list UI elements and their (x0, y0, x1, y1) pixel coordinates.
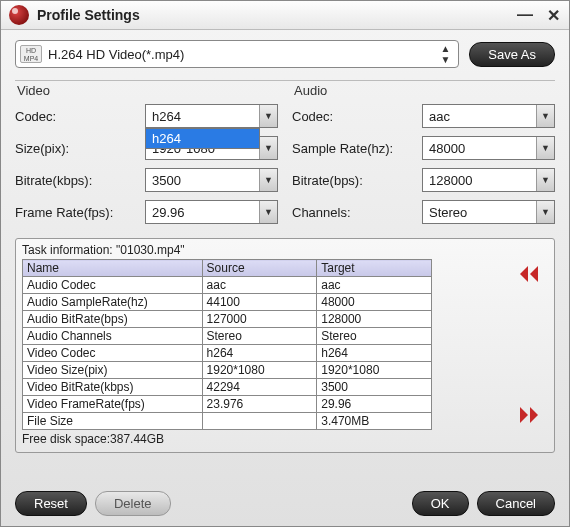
cell-name: Video Size(pix) (23, 362, 203, 379)
task-table: Name Source Target Audio CodecaacaacAudi… (22, 259, 432, 430)
profile-settings-window: Profile Settings — ✕ HD MP4 H.264 HD Vid… (0, 0, 570, 527)
col-target: Target (317, 260, 432, 277)
chevron-down-icon: ▼ (259, 169, 277, 191)
cell-source: h264 (202, 345, 317, 362)
cell-target: 128000 (317, 311, 432, 328)
cell-name: Video BitRate(kbps) (23, 379, 203, 396)
chevron-down-icon: ▼ (259, 201, 277, 223)
task-nav (514, 243, 548, 446)
cell-target: 3500 (317, 379, 432, 396)
audio-samplerate-value: 48000 (423, 141, 536, 156)
window-title: Profile Settings (37, 7, 505, 23)
chevron-down-icon: ▼ (536, 169, 554, 191)
free-disk-space: Free disk space:387.44GB (22, 432, 506, 446)
cell-source: 127000 (202, 311, 317, 328)
profile-name: H.264 HD Video(*.mp4) (48, 47, 436, 62)
profile-row: HD MP4 H.264 HD Video(*.mp4) ▲▼ Save As (1, 30, 569, 76)
cell-target: Stereo (317, 328, 432, 345)
task-panel: Task information: "01030.mp4" Name Sourc… (15, 238, 555, 453)
table-row: Audio Codecaacaac (23, 277, 432, 294)
table-row: Video FrameRate(fps)23.97629.96 (23, 396, 432, 413)
table-row: Video Size(pix)1920*10801920*1080 (23, 362, 432, 379)
next-task-button[interactable] (514, 404, 544, 426)
updown-icon: ▲▼ (436, 43, 454, 65)
cell-target: 1920*1080 (317, 362, 432, 379)
video-bitrate-combo[interactable]: 3500 ▼ (145, 168, 278, 192)
table-header-row: Name Source Target (23, 260, 432, 277)
cell-source (202, 413, 317, 430)
settings-columns: Video Codec: h264 ▼ h264 Size(pix): 1920… (1, 81, 569, 232)
video-codec-field: Codec: h264 ▼ h264 (15, 104, 278, 128)
table-row: Audio SampleRate(hz)4410048000 (23, 294, 432, 311)
app-icon (9, 5, 29, 25)
cell-source: 23.976 (202, 396, 317, 413)
table-row: Audio ChannelsStereoStereo (23, 328, 432, 345)
audio-bitrate-value: 128000 (423, 173, 536, 188)
cell-name: File Size (23, 413, 203, 430)
cell-target: aac (317, 277, 432, 294)
cancel-button[interactable]: Cancel (477, 491, 555, 516)
cell-name: Audio SampleRate(hz) (23, 294, 203, 311)
video-size-label: Size(pix): (15, 141, 145, 156)
video-bitrate-value: 3500 (146, 173, 259, 188)
chevron-down-icon: ▼ (536, 201, 554, 223)
audio-bitrate-combo[interactable]: 128000 ▼ (422, 168, 555, 192)
cell-source: 44100 (202, 294, 317, 311)
audio-channels-value: Stereo (423, 205, 536, 220)
close-button[interactable]: ✕ (545, 6, 561, 25)
video-framerate-value: 29.96 (146, 205, 259, 220)
audio-channels-field: Channels: Stereo ▼ (292, 200, 555, 224)
titlebar: Profile Settings — ✕ (1, 1, 569, 30)
delete-button[interactable]: Delete (95, 491, 171, 516)
cell-name: Audio Channels (23, 328, 203, 345)
video-framerate-combo[interactable]: 29.96 ▼ (145, 200, 278, 224)
task-header: Task information: "01030.mp4" (22, 243, 506, 257)
profile-format-icon: HD MP4 (20, 45, 42, 63)
table-row: Video BitRate(kbps)422943500 (23, 379, 432, 396)
chevron-down-icon: ▼ (536, 105, 554, 127)
video-framerate-label: Frame Rate(fps): (15, 205, 145, 220)
audio-section-label: Audio (294, 83, 555, 98)
chevron-down-icon: ▼ (536, 137, 554, 159)
save-as-button[interactable]: Save As (469, 42, 555, 67)
audio-codec-combo[interactable]: aac ▼ (422, 104, 555, 128)
audio-channels-combo[interactable]: Stereo ▼ (422, 200, 555, 224)
video-codec-value: h264 (146, 109, 259, 124)
video-section-label: Video (17, 83, 278, 98)
audio-codec-value: aac (423, 109, 536, 124)
cell-source: 1920*1080 (202, 362, 317, 379)
cell-target: 29.96 (317, 396, 432, 413)
audio-samplerate-label: Sample Rate(hz): (292, 141, 422, 156)
col-name: Name (23, 260, 203, 277)
audio-codec-label: Codec: (292, 109, 422, 124)
table-row: Audio BitRate(bps)127000128000 (23, 311, 432, 328)
audio-samplerate-field: Sample Rate(hz): 48000 ▼ (292, 136, 555, 160)
audio-samplerate-combo[interactable]: 48000 ▼ (422, 136, 555, 160)
table-row: File Size3.470MB (23, 413, 432, 430)
footer: Reset Delete OK Cancel (1, 479, 569, 526)
video-codec-option[interactable]: h264 (146, 129, 259, 148)
video-codec-dropdown[interactable]: h264 (145, 128, 260, 149)
video-column: Video Codec: h264 ▼ h264 Size(pix): 1920… (15, 81, 278, 232)
reset-button[interactable]: Reset (15, 491, 87, 516)
cell-source: Stereo (202, 328, 317, 345)
video-bitrate-label: Bitrate(kbps): (15, 173, 145, 188)
audio-bitrate-field: Bitrate(bps): 128000 ▼ (292, 168, 555, 192)
audio-codec-field: Codec: aac ▼ (292, 104, 555, 128)
profile-select[interactable]: HD MP4 H.264 HD Video(*.mp4) ▲▼ (15, 40, 459, 68)
cell-name: Video FrameRate(fps) (23, 396, 203, 413)
prev-task-button[interactable] (514, 263, 544, 285)
table-row: Video Codech264h264 (23, 345, 432, 362)
cell-name: Audio Codec (23, 277, 203, 294)
audio-channels-label: Channels: (292, 205, 422, 220)
task-inner: Task information: "01030.mp4" Name Sourc… (22, 243, 506, 446)
col-source: Source (202, 260, 317, 277)
ok-button[interactable]: OK (412, 491, 469, 516)
double-right-icon (518, 407, 540, 423)
cell-source: 42294 (202, 379, 317, 396)
cell-name: Audio BitRate(bps) (23, 311, 203, 328)
audio-column: Audio Codec: aac ▼ Sample Rate(hz): 4800… (292, 81, 555, 232)
cell-name: Video Codec (23, 345, 203, 362)
minimize-button[interactable]: — (517, 6, 533, 24)
video-codec-combo[interactable]: h264 ▼ (145, 104, 278, 128)
